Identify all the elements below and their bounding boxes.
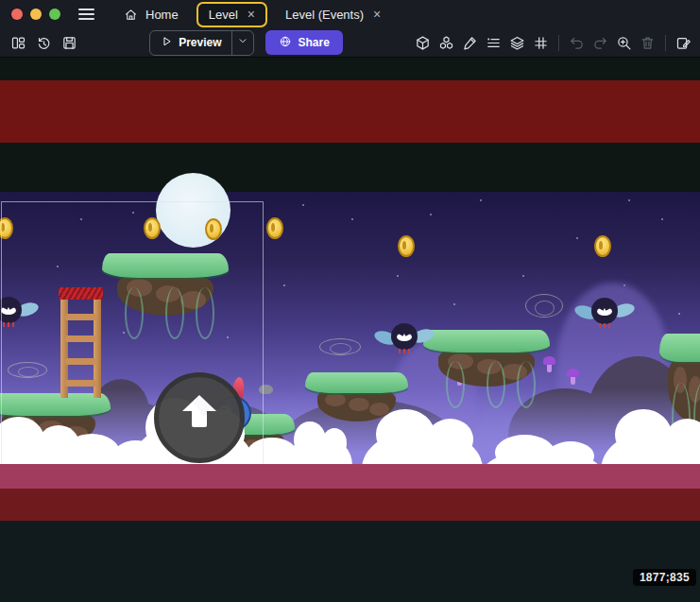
star bbox=[397, 275, 399, 277]
floating-island-sprite[interactable] bbox=[423, 330, 550, 387]
objects-icon[interactable] bbox=[412, 32, 434, 54]
preview-button[interactable]: Preview bbox=[149, 30, 253, 56]
star bbox=[283, 284, 285, 286]
history-icon[interactable] bbox=[33, 32, 55, 54]
mushroom-cap bbox=[567, 369, 579, 377]
tab-level[interactable]: Level× bbox=[196, 2, 267, 27]
coin-slot bbox=[271, 223, 275, 232]
island-grass bbox=[305, 372, 408, 393]
cursor-coordinates-badge: 1877;835 bbox=[633, 569, 696, 586]
home-icon bbox=[124, 8, 138, 22]
preview-dropdown-button[interactable] bbox=[232, 31, 253, 55]
edit-icon[interactable] bbox=[459, 32, 481, 54]
coin-sprite[interactable] bbox=[594, 235, 611, 257]
toolbar-left bbox=[8, 32, 80, 54]
close-icon[interactable]: × bbox=[371, 8, 381, 21]
tab-label: Level bbox=[209, 8, 238, 22]
bat-claw bbox=[408, 349, 410, 353]
toolbar-right bbox=[412, 32, 694, 54]
star bbox=[453, 303, 455, 305]
cloud-puff bbox=[294, 421, 326, 458]
properties-icon[interactable] bbox=[483, 32, 504, 54]
scenery-red-band-top bbox=[0, 80, 700, 143]
grid-icon[interactable] bbox=[530, 32, 552, 54]
tab-home[interactable]: Home bbox=[111, 2, 191, 27]
arrow-up-icon bbox=[182, 395, 216, 411]
star bbox=[678, 313, 680, 315]
enemy-bat-sprite[interactable] bbox=[577, 294, 632, 334]
layers-icon[interactable] bbox=[506, 32, 528, 54]
jump-button-sprite[interactable] bbox=[154, 372, 245, 463]
panels-icon[interactable] bbox=[8, 32, 29, 54]
coin-slot bbox=[402, 241, 406, 249]
island-grass bbox=[423, 330, 550, 353]
globe-icon bbox=[279, 35, 292, 51]
island-rock bbox=[325, 393, 346, 406]
coin-sprite[interactable] bbox=[266, 217, 283, 239]
share-button[interactable]: Share bbox=[265, 30, 343, 55]
preview-label: Preview bbox=[179, 36, 221, 49]
enemy-bat-sprite[interactable] bbox=[377, 319, 432, 359]
tab-bar: HomeLevel×Level (Events)× bbox=[111, 0, 393, 28]
cloud-puff bbox=[376, 409, 434, 459]
undo-icon[interactable] bbox=[566, 32, 588, 54]
ufo-outline-sprite[interactable] bbox=[319, 338, 361, 355]
ufo-inner bbox=[535, 301, 555, 316]
island-grass bbox=[659, 334, 700, 362]
traffic-light-minimize[interactable] bbox=[30, 9, 42, 20]
traffic-light-close[interactable] bbox=[11, 9, 23, 20]
bat-claw bbox=[403, 349, 405, 353]
floating-island-sprite[interactable] bbox=[659, 334, 700, 422]
star bbox=[661, 218, 663, 220]
star bbox=[522, 275, 524, 277]
redo-icon[interactable] bbox=[589, 32, 611, 54]
app-window: HomeLevel×Level (Events)× Preview Share bbox=[0, 0, 700, 602]
traffic-light-maximize[interactable] bbox=[49, 9, 60, 20]
cloud-puff bbox=[427, 419, 473, 459]
titlebar: HomeLevel×Level (Events)× bbox=[0, 0, 700, 28]
share-label: Share bbox=[299, 36, 330, 49]
star bbox=[430, 214, 432, 215]
tab-label: Level (Events) bbox=[285, 8, 364, 22]
scenery-bottom-dark bbox=[0, 521, 700, 602]
edit-scene-icon[interactable] bbox=[673, 32, 694, 54]
bat-claw bbox=[399, 349, 401, 353]
toolbar-separator bbox=[558, 35, 559, 51]
scene-editor-canvas[interactable]: 1877;835 bbox=[0, 57, 700, 602]
cloud-puff bbox=[615, 409, 672, 460]
bat-claw bbox=[608, 323, 610, 328]
scenery-red-stripe bbox=[0, 489, 700, 521]
bat-claw bbox=[604, 323, 606, 328]
ufo-outline-sprite[interactable] bbox=[525, 294, 563, 318]
play-icon bbox=[160, 35, 173, 51]
menu-icon[interactable] bbox=[70, 3, 102, 26]
star bbox=[480, 199, 482, 201]
mushroom-sprite[interactable] bbox=[567, 369, 579, 385]
close-icon[interactable]: × bbox=[246, 8, 255, 21]
trash-icon[interactable] bbox=[637, 32, 658, 54]
star bbox=[302, 204, 304, 206]
bat-claw bbox=[599, 323, 601, 328]
object-groups-icon[interactable] bbox=[435, 32, 457, 54]
toolbar-separator bbox=[665, 35, 666, 51]
chevron-down-icon bbox=[236, 34, 249, 51]
cloud-puff bbox=[322, 428, 348, 458]
tab-label: Home bbox=[145, 8, 179, 22]
star bbox=[576, 237, 578, 239]
ufo-inner bbox=[330, 343, 351, 354]
coin-sprite[interactable] bbox=[398, 235, 415, 257]
island-rock bbox=[349, 398, 369, 411]
island-vine bbox=[446, 361, 465, 408]
island-vine bbox=[487, 361, 505, 408]
scenery-pink-stripe bbox=[0, 464, 700, 489]
coin-slot bbox=[599, 241, 603, 249]
toolbar: Preview Share bbox=[0, 28, 700, 57]
traffic-lights bbox=[0, 9, 70, 20]
toolbar-center: Preview Share bbox=[149, 30, 343, 56]
tab-level-events[interactable]: Level (Events)× bbox=[273, 2, 393, 27]
save-icon[interactable] bbox=[59, 32, 80, 54]
star bbox=[628, 199, 630, 201]
star bbox=[351, 218, 353, 220]
zoom-in-icon[interactable] bbox=[613, 32, 635, 54]
arrow-up-stem bbox=[192, 411, 207, 427]
